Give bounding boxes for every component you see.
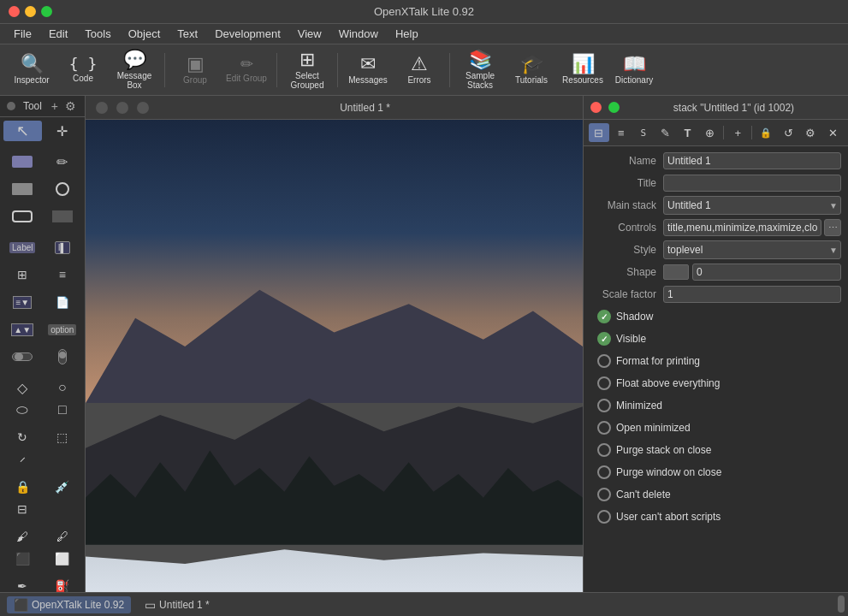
inspector-close-btn[interactable] bbox=[590, 102, 602, 113]
inspector-zoom-btn[interactable] bbox=[608, 102, 620, 113]
tool-diamond[interactable]: ◇ bbox=[3, 377, 42, 398]
style-select[interactable]: toplevel palette modal modeless sheet bbox=[663, 240, 841, 259]
minimize-button[interactable] bbox=[25, 6, 36, 17]
insp-btn-undo[interactable]: ↺ bbox=[778, 123, 798, 142]
insp-btn-basic[interactable]: ⊟ bbox=[589, 123, 609, 142]
menu-text[interactable]: Text bbox=[170, 26, 205, 42]
tool-scrollbar-v[interactable] bbox=[44, 346, 82, 367]
tool-marquee[interactable]: ⬚ bbox=[44, 427, 82, 447]
cb-format[interactable]: Format for printing bbox=[597, 354, 841, 368]
cb-minimized[interactable]: Minimized bbox=[597, 399, 841, 412]
tool-arrow[interactable]: ↖ bbox=[3, 121, 42, 141]
toolbar-message-box[interactable]: 💬 Message Box bbox=[110, 47, 159, 93]
toolbar-messages[interactable]: ✉ Messages bbox=[343, 47, 393, 93]
tool-rotate[interactable]: ↻ bbox=[3, 427, 42, 447]
canvas-max-btn[interactable] bbox=[137, 102, 149, 114]
menu-file[interactable]: File bbox=[7, 26, 39, 42]
tool-stepper[interactable]: ▲▼ bbox=[3, 319, 42, 340]
cb-purge-window[interactable]: Purge window on close bbox=[597, 465, 841, 479]
insp-btn-settings[interactable]: ⊕ bbox=[700, 123, 721, 142]
tool-lock[interactable]: 🔒 bbox=[3, 477, 42, 497]
toolbar-errors[interactable]: ⚠ Errors bbox=[394, 47, 444, 93]
toolbar-code[interactable]: { } Code bbox=[58, 47, 108, 93]
tool-list[interactable]: ≡ bbox=[44, 264, 82, 285]
inspector-icon: 🔍 bbox=[21, 55, 44, 74]
controls-input[interactable] bbox=[663, 219, 821, 236]
cb-cant-delete[interactable]: Can't delete bbox=[597, 488, 841, 501]
insp-btn-text[interactable]: T bbox=[678, 123, 698, 142]
tool-rect-outline[interactable] bbox=[3, 179, 42, 199]
tool-eyedropper[interactable]: 💉 bbox=[44, 477, 82, 497]
insp-btn-list[interactable]: ≡ bbox=[611, 123, 632, 142]
tool-filled-rect[interactable] bbox=[3, 151, 42, 172]
toolbar-select-grouped[interactable]: ⊞ Select Grouped bbox=[282, 47, 332, 93]
taskbar-canvas-item[interactable]: ▭ Untitled 1 * bbox=[138, 596, 216, 613]
shape-input[interactable] bbox=[692, 264, 841, 281]
toolbar-resources[interactable]: 📊 Resources bbox=[558, 47, 608, 93]
canvas-title: Untitled 1 * bbox=[157, 102, 572, 114]
cb-float[interactable]: Float above everything bbox=[597, 376, 841, 390]
menu-development[interactable]: Development bbox=[208, 26, 288, 42]
tool-file[interactable]: 📄 bbox=[44, 292, 82, 312]
tool-table[interactable]: ⊞ bbox=[3, 264, 42, 285]
tool-square[interactable]: □ bbox=[44, 400, 82, 420]
toolbar-inspector[interactable]: 🔍 Inspector bbox=[7, 47, 56, 93]
tool-spray[interactable]: 🖋 bbox=[44, 526, 82, 547]
tool-eraser[interactable]: ⬜ bbox=[44, 548, 82, 569]
insp-btn-close[interactable]: ✕ bbox=[822, 123, 843, 142]
menu-object[interactable]: Object bbox=[122, 26, 168, 42]
tool-rounded-rect[interactable] bbox=[3, 206, 42, 227]
tool-scrollbar[interactable] bbox=[3, 346, 42, 367]
tool-option[interactable]: option bbox=[44, 319, 82, 340]
tool-settings-button[interactable]: ⚙ bbox=[63, 99, 78, 113]
controls-edit-btn[interactable]: ⋯ bbox=[824, 219, 841, 236]
cb-user-abort[interactable]: User can't abort scripts bbox=[597, 510, 841, 524]
tool-fill[interactable]: ⬛ bbox=[3, 548, 42, 569]
insp-btn-pen[interactable]: ✎ bbox=[655, 123, 676, 142]
title-input[interactable] bbox=[663, 175, 841, 192]
toolbar-sample-stacks[interactable]: 📚 Sample Stacks bbox=[455, 47, 505, 93]
insp-btn-lock[interactable]: 🔒 bbox=[756, 123, 776, 142]
canvas-min-btn[interactable] bbox=[116, 102, 128, 114]
cb-purge-stack[interactable]: Purge stack on close bbox=[597, 443, 841, 457]
tool-lines[interactable]: ⊟ bbox=[3, 499, 42, 519]
tool-line[interactable]: − bbox=[3, 449, 42, 470]
main-stack-select[interactable]: Untitled 1 bbox=[663, 196, 841, 215]
toolbar-tutorials[interactable]: 🎓 Tutorials bbox=[507, 47, 556, 93]
tool-oval[interactable] bbox=[44, 179, 82, 199]
insp-btn-add[interactable]: + bbox=[727, 123, 748, 142]
canvas-content[interactable] bbox=[86, 120, 583, 592]
tool-label[interactable]: Label bbox=[3, 237, 42, 258]
controls-edit-icon: ⋯ bbox=[828, 222, 838, 234]
taskbar-app-item[interactable]: ⬛ OpenXTalk Lite 0.92 bbox=[7, 596, 131, 613]
menu-tools[interactable]: Tools bbox=[78, 26, 117, 42]
tool-dark-rect[interactable] bbox=[44, 206, 82, 227]
menu-view[interactable]: View bbox=[291, 26, 329, 42]
insp-btn-gear2[interactable]: ⚙ bbox=[800, 123, 821, 142]
tool-ellipse[interactable]: ⬭ bbox=[3, 400, 42, 420]
prop-controls-row: Controls ⋯ bbox=[590, 218, 841, 237]
prop-shape-row: Shape bbox=[590, 263, 841, 281]
tool-paint[interactable]: 🖌 bbox=[3, 526, 42, 547]
tool-pencil[interactable]: ✏ bbox=[44, 151, 82, 172]
insp-btn-script[interactable]: S bbox=[633, 123, 654, 142]
close-button[interactable] bbox=[9, 6, 20, 17]
maximize-button[interactable] bbox=[41, 6, 52, 17]
tool-add-button[interactable]: + bbox=[50, 99, 60, 113]
menu-window[interactable]: Window bbox=[332, 26, 385, 42]
toolbar-dictionary[interactable]: 📖 Dictionary bbox=[609, 47, 659, 93]
canvas-close-btn[interactable] bbox=[96, 102, 108, 114]
cb-open-minimized[interactable]: Open minimized bbox=[597, 421, 841, 435]
scale-factor-input[interactable] bbox=[663, 286, 841, 303]
tool-combo[interactable]: ≡▼ bbox=[3, 292, 42, 312]
tool-circle-outline[interactable]: ○ bbox=[44, 377, 82, 398]
cb-shadow[interactable]: Shadow bbox=[597, 310, 841, 323]
cb-visible[interactable]: Visible bbox=[597, 332, 841, 346]
menu-help[interactable]: Help bbox=[388, 26, 425, 42]
tool-field[interactable]: I▌ bbox=[44, 237, 82, 258]
menu-edit[interactable]: Edit bbox=[42, 26, 74, 42]
canvas-header: Untitled 1 * bbox=[86, 96, 583, 120]
tool-pointer[interactable]: ✛ bbox=[44, 121, 82, 141]
name-input[interactable] bbox=[663, 152, 841, 169]
taskbar-scrollbar[interactable] bbox=[838, 595, 845, 613]
